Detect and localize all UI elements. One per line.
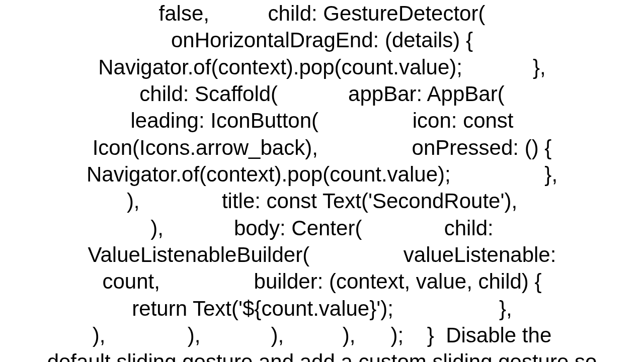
line-5: Icon(Icons.arrow_back), onPressed: () { [93,136,552,159]
line-12: ), ), ), ), ); } Disable the [93,323,552,347]
line-1: onHorizontalDragEnd: (details) { [171,28,473,52]
code-text-block: false, child: GestureDetector( onHorizon… [0,0,644,362]
line-9: ValueListenableBuilder( valueListenable: [88,243,556,266]
line-13: default sliding gesture and add a custom… [47,350,597,362]
line-11: return Text('${count.value}'); }, [132,297,512,320]
line-3: child: Scaffold( appBar: AppBar( [139,82,504,106]
line-2: Navigator.of(context).pop(count.value); … [98,55,545,79]
line-7: ), title: const Text('SecondRoute'), [127,189,517,213]
line-10: count, builder: (context, value, child) … [102,269,541,293]
line-8: ), body: Center( child: [150,216,494,240]
line-4: leading: IconButton( icon: const [130,109,513,132]
line-0: false, child: GestureDetector( [159,2,486,25]
line-6: Navigator.of(context).pop(count.value); … [87,162,557,186]
